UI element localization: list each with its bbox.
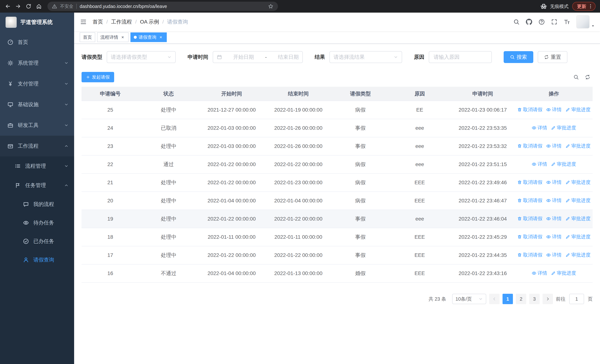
- tab-1[interactable]: 流程详情×: [97, 32, 129, 42]
- sidebar-item-4[interactable]: 研发工具: [0, 115, 74, 136]
- action-cancel[interactable]: 取消请假: [517, 106, 542, 113]
- result-label: 结果: [315, 54, 325, 61]
- chevron-down-icon: [64, 61, 69, 65]
- cell-actions: 详情审批进度: [515, 119, 593, 137]
- action-detail[interactable]: 详情: [532, 125, 547, 131]
- plus-icon: [86, 75, 90, 79]
- action-cancel[interactable]: 取消请假: [517, 233, 542, 240]
- action-progress[interactable]: 审批进度: [565, 252, 591, 258]
- cell-status: 处理中: [139, 192, 198, 210]
- sidebar-item-10[interactable]: 已办任务: [0, 232, 74, 251]
- progress-icon: [551, 125, 556, 130]
- user-avatar[interactable]: [576, 15, 595, 28]
- search-button[interactable]: 搜索: [504, 51, 533, 63]
- action-detail[interactable]: 详情: [532, 270, 547, 276]
- action-progress[interactable]: 审批进度: [551, 125, 576, 131]
- toggle-search-icon[interactable]: [573, 74, 579, 80]
- breadcrumb-item-2[interactable]: OA 示例: [140, 18, 159, 25]
- reset-button[interactable]: 重置: [538, 51, 567, 63]
- action-detail[interactable]: 详情: [532, 161, 547, 167]
- tab-2[interactable]: 请假查询×: [131, 32, 167, 42]
- sidebar-item-6[interactable]: 流程管理: [0, 156, 74, 176]
- prev-page-button[interactable]: [489, 294, 500, 304]
- update-button[interactable]: 更新: [572, 2, 596, 11]
- action-progress[interactable]: 审批进度: [565, 233, 591, 240]
- action-detail[interactable]: 详情: [546, 143, 562, 149]
- page-button-2[interactable]: 2: [516, 294, 526, 304]
- font-size-icon[interactable]: [564, 19, 570, 25]
- create-leave-button[interactable]: 发起请假: [82, 72, 114, 82]
- action-cancel[interactable]: 取消请假: [517, 252, 542, 258]
- next-page-button[interactable]: [543, 294, 553, 304]
- sidebar-item-2[interactable]: 支付管理: [0, 73, 74, 94]
- sidebar-item-0[interactable]: 首页: [0, 32, 74, 53]
- tab-0[interactable]: 首页: [80, 32, 95, 42]
- sidebar-item-9[interactable]: 待办任务: [0, 214, 74, 232]
- leave-table: 申请编号状态开始时间结束时间请假类型原因申请时间操作 25处理中2021-12-…: [82, 87, 593, 283]
- browser-back-button[interactable]: [3, 1, 13, 11]
- breadcrumb-item-0[interactable]: 首页: [93, 18, 103, 25]
- action-progress[interactable]: 审批进度: [565, 179, 591, 186]
- address-bar[interactable]: 不安全 dashboard.yudao.iocoder.cn/bpm/oa/le…: [47, 2, 278, 11]
- sidebar-item-5[interactable]: 工作流程: [0, 136, 74, 156]
- action-progress[interactable]: 审批进度: [551, 270, 576, 276]
- breadcrumb-item-1[interactable]: 工作流程: [111, 18, 132, 25]
- page-button-1[interactable]: 1: [503, 294, 513, 304]
- sidebar-item-label: 工作流程: [18, 142, 38, 149]
- refresh-table-icon[interactable]: [585, 74, 590, 80]
- back-icon: [5, 3, 11, 9]
- action-label: 详情: [552, 197, 562, 204]
- action-detail[interactable]: 详情: [546, 106, 562, 113]
- sidebar-item-3[interactable]: 基础设施: [0, 94, 74, 115]
- action-detail[interactable]: 详情: [546, 233, 562, 240]
- sidebar-item-1[interactable]: 系统管理: [0, 53, 74, 73]
- browser-menu-icon[interactable]: [588, 3, 593, 9]
- url-text[interactable]: dashboard.yudao.iocoder.cn/bpm/oa/leave: [80, 4, 265, 9]
- tab-label: 首页: [83, 34, 92, 40]
- apply-time-range-picker[interactable]: 开始日期 - 结束日期: [213, 51, 303, 63]
- app-logo[interactable]: 芋道管理系统: [0, 13, 74, 32]
- fullscreen-icon[interactable]: [551, 19, 557, 25]
- action-progress[interactable]: 审批进度: [551, 161, 576, 167]
- action-progress[interactable]: 审批进度: [565, 106, 591, 113]
- table-row: 21处理中2022-01-22 00:00:002022-01-23 00:00…: [82, 173, 593, 192]
- action-progress[interactable]: 审批进度: [565, 215, 591, 222]
- action-cancel[interactable]: 取消请假: [517, 143, 542, 149]
- action-detail[interactable]: 详情: [546, 215, 562, 222]
- page-button-3[interactable]: 3: [529, 294, 540, 304]
- browser-reload-button[interactable]: [24, 1, 33, 11]
- detail-icon: [546, 198, 551, 203]
- cell-status: 不通过: [139, 264, 198, 282]
- hamburger-icon[interactable]: [74, 19, 93, 25]
- action-progress[interactable]: 审批进度: [565, 197, 591, 204]
- payment-icon: [7, 81, 13, 87]
- action-detail[interactable]: 详情: [546, 197, 562, 204]
- browser-home-button[interactable]: [34, 1, 44, 11]
- reason-input[interactable]: [429, 51, 492, 63]
- result-select[interactable]: 请选择流结果: [329, 51, 402, 63]
- page-size-select[interactable]: 10条/页: [452, 294, 486, 304]
- security-label[interactable]: 不安全: [60, 3, 73, 9]
- close-icon[interactable]: ×: [120, 35, 125, 40]
- sidebar-item-7[interactable]: 任务管理: [0, 176, 74, 195]
- sidebar-item-11[interactable]: 请假查询: [0, 251, 74, 269]
- omnibox-divider: [76, 4, 77, 9]
- sidebar-item-8[interactable]: 我的流程: [0, 195, 74, 214]
- action-cancel[interactable]: 取消请假: [517, 215, 542, 222]
- header-search-icon[interactable]: [513, 19, 520, 25]
- github-icon[interactable]: [526, 19, 532, 25]
- action-progress[interactable]: 审批进度: [565, 143, 591, 149]
- action-cancel[interactable]: 取消请假: [517, 179, 542, 186]
- help-icon[interactable]: [538, 19, 545, 25]
- action-cancel[interactable]: 取消请假: [517, 197, 542, 204]
- action-detail[interactable]: 详情: [546, 252, 562, 258]
- bookmark-star-icon[interactable]: [268, 3, 273, 9]
- infrastructure-icon: [7, 102, 13, 107]
- goto-page-input[interactable]: [569, 294, 584, 304]
- action-detail[interactable]: 详情: [546, 179, 562, 186]
- browser-forward-button[interactable]: [13, 1, 23, 11]
- sidebar-item-label: 系统管理: [18, 59, 38, 66]
- table-row: 20处理中2022-01-04 00:00:002022-01-04 00:00…: [82, 192, 593, 210]
- leave-type-select[interactable]: 请选择请假类型: [107, 51, 176, 63]
- close-icon[interactable]: ×: [158, 35, 163, 40]
